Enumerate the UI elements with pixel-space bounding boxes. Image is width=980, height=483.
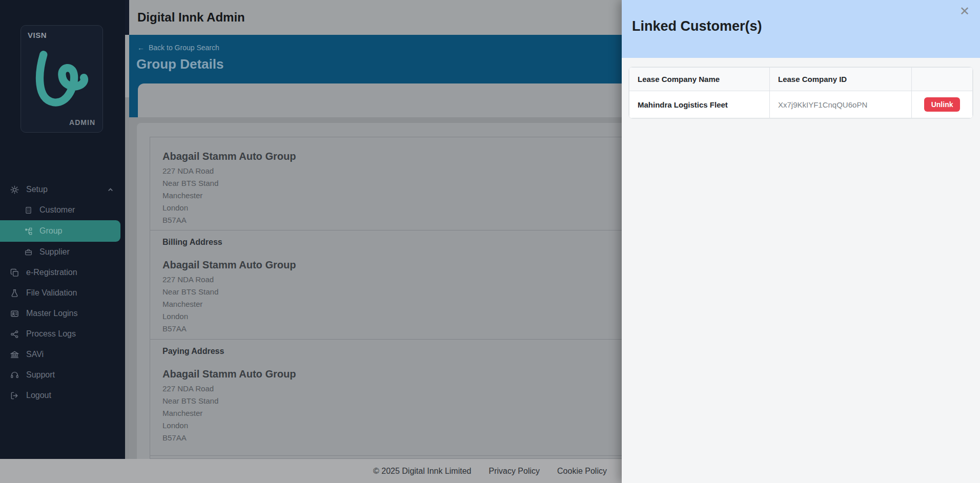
sidebar-item-label: Logout	[26, 391, 51, 400]
linked-customers-drawer: Linked Customer(s) ✕ Lease Company Name …	[622, 0, 980, 483]
unlink-button[interactable]: Unlink	[924, 97, 961, 112]
privacy-policy-link[interactable]: Privacy Policy	[488, 467, 540, 476]
sidebar-item-label: Group	[39, 226, 62, 236]
sidebar-item-label: e-Registration	[26, 268, 77, 277]
sidebar-item-label: Support	[26, 370, 55, 380]
sidebar-item-label: File Validation	[26, 288, 77, 298]
drawer-title: Linked Customer(s)	[632, 18, 762, 34]
sidebar-item-customer[interactable]: Customer	[0, 200, 125, 220]
sidebar-item-supplier[interactable]: Supplier	[0, 242, 125, 262]
actions-cell: Unlink	[912, 91, 973, 118]
brand-name: VISN	[28, 31, 47, 39]
sidebar-item-label: Supplier	[39, 247, 70, 257]
file-validation-flask-icon	[10, 289, 19, 298]
sidebar-item-file-validation[interactable]: File Validation	[0, 283, 125, 303]
content-scrollbar-track	[125, 35, 129, 459]
col-header-lease-company-name: Lease Company Name	[629, 68, 770, 91]
back-link-label: Back to Group Search	[149, 44, 219, 52]
scrollbar-corner	[125, 0, 129, 35]
sidebar-item-group[interactable]: Group	[0, 220, 120, 242]
master-logins-idcard-icon	[10, 309, 19, 318]
chevron-up-icon	[107, 186, 114, 193]
drawer-header: Linked Customer(s) ✕	[622, 0, 980, 58]
sidebar-item-label: Setup	[26, 185, 48, 194]
lease-company-name-cell: Mahindra Logistics Fleet	[629, 91, 770, 118]
sidebar-item-label: SAVi	[26, 350, 44, 359]
supplier-briefcase-icon	[25, 248, 32, 256]
app-title: Digital Innk Admin	[137, 10, 245, 25]
content-scrollbar-thumb[interactable]	[125, 35, 129, 97]
sidebar-item-process-logs[interactable]: Process Logs	[0, 324, 125, 344]
sidebar-item-label: Master Logins	[26, 309, 78, 318]
table-row: Mahindra Logistics Fleet Xx7j9KkIYF1CnqQ…	[629, 91, 973, 118]
support-headset-icon	[10, 371, 19, 380]
group-sitemap-icon	[25, 227, 32, 235]
brand-logo-card: VISN ADMIN	[21, 25, 103, 133]
col-header-actions	[912, 68, 973, 91]
gear-icon	[10, 185, 19, 194]
linked-customers-table-card: Lease Company Name Lease Company ID Mahi…	[628, 67, 973, 119]
savi-bank-icon	[10, 350, 19, 359]
process-logs-nodes-icon	[10, 330, 19, 339]
lease-company-id-cell: Xx7j9KkIYF1CnqQU6oPN	[769, 91, 911, 118]
page-title: Group Details	[136, 56, 223, 72]
sidebar-item-master-logins[interactable]: Master Logins	[0, 303, 125, 324]
sidebar: VISN ADMIN Setup Customer	[0, 0, 125, 459]
table-header-row: Lease Company Name Lease Company ID	[629, 68, 973, 91]
sidebar-nav: Setup Customer Group	[0, 179, 125, 406]
sidebar-item-label: Customer	[39, 205, 75, 215]
sidebar-item-support[interactable]: Support	[0, 365, 125, 385]
sidebar-item-e-registration[interactable]: e-Registration	[0, 262, 125, 283]
back-to-group-search-link[interactable]: ← Back to Group Search	[137, 44, 219, 52]
customer-icon	[25, 206, 32, 214]
sidebar-item-setup[interactable]: Setup	[0, 179, 125, 200]
sidebar-item-logout[interactable]: Logout	[0, 385, 125, 406]
brand-role: ADMIN	[69, 118, 95, 127]
brand-logo-swoosh-icon	[34, 50, 91, 110]
close-icon[interactable]: ✕	[959, 5, 970, 17]
copyright-text: © 2025 Digital Innk Limited	[373, 467, 471, 476]
cookie-policy-link[interactable]: Cookie Policy	[557, 467, 607, 476]
sidebar-item-savi[interactable]: SAVi	[0, 344, 125, 365]
sidebar-item-label: Process Logs	[26, 329, 76, 339]
back-arrow-icon: ←	[137, 44, 145, 52]
col-header-lease-company-id: Lease Company ID	[769, 68, 911, 91]
linked-customers-table: Lease Company Name Lease Company ID Mahi…	[629, 67, 973, 118]
logout-icon	[10, 391, 19, 400]
registration-copy-icon	[10, 268, 19, 277]
